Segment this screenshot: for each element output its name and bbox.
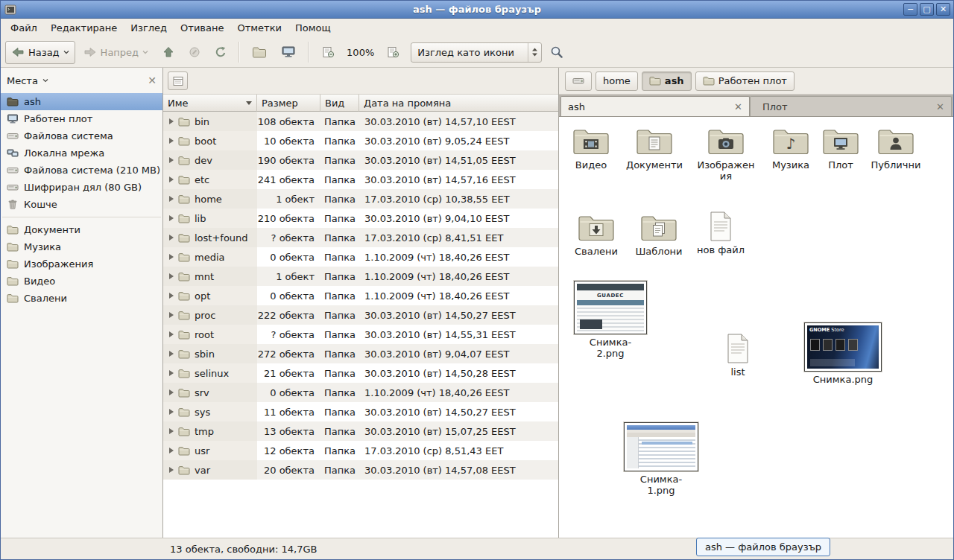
tab-close-button[interactable]: ✕ (734, 101, 742, 112)
expander-icon[interactable] (169, 370, 174, 376)
menu-bookmarks[interactable]: Отметки (230, 20, 288, 36)
expander-icon[interactable] (169, 331, 174, 337)
menu-go[interactable]: Отиване (174, 20, 230, 36)
tab-plot[interactable]: Плот✕ (750, 96, 952, 116)
sidebar-item-local-network[interactable]: Локална мрежа (1, 144, 162, 162)
path-button-home[interactable]: home (596, 71, 638, 91)
sidebar-item-pictures[interactable]: Изображения (1, 255, 162, 273)
tree-row-mnt[interactable]: mnt1 обектПапка1.10.2009 (чт) 18,40,26 E… (163, 267, 558, 286)
tree-row-srv[interactable]: srv0 обектаПапка1.10.2009 (чт) 18,40,26 … (163, 383, 558, 402)
expander-icon[interactable] (169, 448, 174, 454)
expander-icon[interactable] (169, 409, 174, 415)
sidebar-item-video[interactable]: Видео (1, 273, 162, 290)
search-icon (550, 45, 563, 59)
maximize-button[interactable]: ▢ (920, 3, 934, 16)
expander-icon[interactable] (169, 467, 174, 473)
tree-row-proc[interactable]: proc222 обектаПапка30.03.2010 (вт) 14,50… (163, 305, 558, 325)
tree-row-media[interactable]: media0 обектаПапка1.10.2009 (чт) 18,40,2… (163, 247, 558, 267)
tree-row-usr[interactable]: usr12 обектаПапка17.03.2010 (ср) 8,51,43… (163, 441, 558, 460)
icon-item-desktop[interactable]: Плот (815, 126, 866, 171)
expander-icon[interactable] (169, 235, 174, 241)
sidebar-close-button[interactable]: ✕ (148, 75, 157, 86)
view-mode-select[interactable]: Изглед като икони (411, 42, 542, 63)
icon-item-list[interactable]: list (708, 333, 768, 378)
expander-icon[interactable] (169, 176, 174, 182)
icon-item-public[interactable]: Публични (865, 126, 927, 171)
sidebar-item-downloads[interactable]: Свалени (1, 290, 162, 307)
sidebar-item-encrypted-80gb[interactable]: Шифриран дял (80 GB) (1, 179, 162, 196)
tree-row-dev[interactable]: dev190 обектаПапка30.03.2010 (вт) 14,51,… (163, 150, 558, 170)
path-button-ash[interactable]: ash (642, 71, 692, 91)
column-header-type[interactable]: Вид (320, 95, 359, 112)
pane-view-button[interactable] (168, 71, 188, 90)
titlebar[interactable]: ash — файлов браузър − ▢ ✕ (1, 1, 953, 19)
expander-icon[interactable] (169, 254, 174, 260)
stop-button[interactable] (183, 41, 206, 64)
icon-item-snimka[interactable]: GNOME StoreСнимка.png (802, 322, 884, 385)
icon-item-music[interactable]: ♪Музика (762, 126, 820, 171)
tree-row-home[interactable]: home1 обектПапка17.03.2010 (ср) 10,38,55… (163, 189, 558, 209)
search-button[interactable] (544, 41, 569, 64)
icon-item-downloads[interactable]: Свалени (566, 212, 626, 257)
column-header-name[interactable]: Име (163, 95, 257, 112)
minimize-button[interactable]: − (903, 3, 917, 16)
icon-item-pictures[interactable]: Изображения (690, 126, 762, 182)
zoom-out-button[interactable] (315, 41, 341, 64)
close-button[interactable]: ✕ (936, 3, 950, 16)
sidebar-item-trash[interactable]: Кошче (1, 196, 162, 213)
menu-view[interactable]: Изглед (124, 20, 174, 36)
expander-icon[interactable] (169, 351, 174, 357)
column-header-size[interactable]: Размер (257, 95, 320, 112)
expander-icon[interactable] (169, 273, 174, 279)
expander-icon[interactable] (169, 118, 174, 124)
reload-button[interactable] (209, 41, 233, 64)
home-button[interactable] (246, 41, 273, 64)
tab-close-button[interactable]: ✕ (936, 101, 944, 112)
sidebar-item-desktop[interactable]: Работен плот (1, 110, 162, 127)
tree-row-lost+found[interactable]: lost+found? обектаПапка17.03.2010 (ср) 8… (163, 228, 558, 247)
expander-icon[interactable] (169, 428, 174, 434)
up-button[interactable] (157, 41, 180, 64)
tree-row-selinux[interactable]: selinux21 обектаПапка30.03.2010 (вт) 14,… (163, 363, 558, 383)
column-header-date[interactable]: Дата на промяна (359, 95, 558, 112)
tab-ash[interactable]: ash✕ (560, 96, 750, 116)
icon-item-snimka-2[interactable]: GUADECСнимка-2.png (571, 281, 650, 359)
icon-item-new-file[interactable]: нов файл (691, 211, 751, 255)
path-button-desktop[interactable]: Работен плот (695, 71, 795, 91)
tree-row-sbin[interactable]: sbin272 обектаПапка30.03.2010 (вт) 9,04,… (163, 344, 558, 363)
path-button-root[interactable] (565, 71, 592, 91)
expander-icon[interactable] (169, 312, 174, 318)
tree-row-tmp[interactable]: tmp13 обектаПапка30.03.2010 (вт) 15,07,2… (163, 421, 558, 441)
computer-button[interactable] (275, 41, 302, 64)
zoom-in-button[interactable] (380, 41, 405, 64)
sidebar-title[interactable]: Места (7, 75, 38, 86)
tree-row-boot[interactable]: boot10 обектаПапка30.03.2010 (вт) 9,05,2… (163, 131, 558, 150)
tree-row-lib[interactable]: lib210 обектаПапка30.03.2010 (вт) 9,04,1… (163, 209, 558, 228)
tree-row-root[interactable]: root? обектаПапка30.03.2010 (вт) 14,55,3… (163, 325, 558, 344)
expander-icon[interactable] (169, 389, 174, 395)
icon-item-documents[interactable]: Документи (621, 126, 688, 171)
tree-row-var[interactable]: var20 обектаПапка30.03.2010 (вт) 14,57,0… (163, 460, 558, 480)
expander-icon[interactable] (169, 215, 174, 221)
forward-button[interactable]: Напред (78, 41, 154, 64)
tree-row-bin[interactable]: bin108 обектаПапка30.03.2010 (вт) 14,57,… (163, 112, 558, 131)
icon-item-video[interactable]: Видео (561, 126, 621, 171)
menu-file[interactable]: Файл (4, 20, 44, 36)
expander-icon[interactable] (169, 196, 174, 202)
sidebar-item-ash[interactable]: ash (1, 93, 162, 110)
menu-edit[interactable]: Редактиране (44, 20, 124, 36)
expander-icon[interactable] (169, 157, 174, 163)
sidebar-item-filesystem-210mb[interactable]: Файлова система (210 MB) (1, 162, 162, 179)
icon-item-templates[interactable]: Шаблони (629, 212, 689, 257)
sidebar-item-filesystem[interactable]: Файлова система (1, 127, 162, 144)
tree-row-sys[interactable]: sys11 обектаПапка30.03.2010 (вт) 14,50,2… (163, 402, 558, 421)
sidebar-item-documents[interactable]: Документи (1, 221, 162, 238)
expander-icon[interactable] (169, 293, 174, 299)
tree-row-opt[interactable]: opt0 обектаПапка1.10.2009 (чт) 18,40,26 … (163, 286, 558, 305)
sidebar-item-music[interactable]: Музика (1, 238, 162, 255)
tree-row-etc[interactable]: etc241 обектаПапка30.03.2010 (вт) 14,57,… (163, 170, 558, 189)
icon-item-snimka-1[interactable]: Снимка-1.png (622, 422, 701, 496)
menu-help[interactable]: Помощ (288, 20, 338, 36)
back-button[interactable]: Назад (5, 41, 75, 64)
expander-icon[interactable] (169, 138, 174, 144)
